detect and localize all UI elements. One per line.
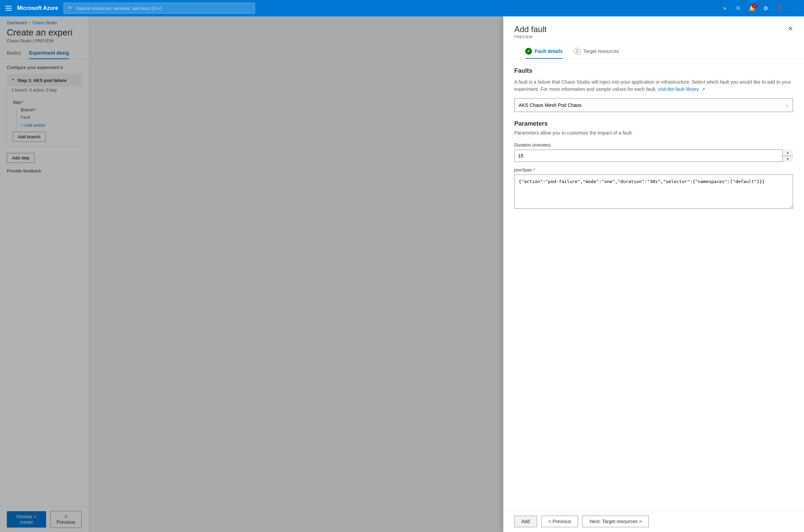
tab-target-resources-label: Target resources bbox=[583, 48, 619, 54]
flyout-panel: Add fault PREVIEW ✕ ✓ Fault details 2 Ta… bbox=[503, 16, 804, 532]
settings-icon[interactable]: ⚙ bbox=[760, 3, 771, 14]
spin-down-icon[interactable]: ▼ bbox=[782, 156, 793, 162]
fault-library-link[interactable]: visit the fault library. ↗ bbox=[658, 86, 705, 92]
spin-up-icon[interactable]: ▲ bbox=[782, 150, 793, 156]
fault-select[interactable]: AKS Chaos Mesh Pod Chaos CPU Pressure Me… bbox=[514, 98, 793, 112]
spin-buttons: ▲ ▼ bbox=[782, 150, 793, 162]
flyout-tabs: ✓ Fault details 2 Target resources bbox=[514, 44, 793, 59]
flyout-title: Add fault bbox=[514, 25, 793, 34]
search-icon: 🔍 bbox=[68, 6, 73, 11]
jsonspec-field-group: jsonSpec * {"action":"pod-failure","mode… bbox=[514, 167, 793, 210]
tab-number-icon: 2 bbox=[574, 48, 581, 55]
search-bar[interactable]: 🔍 bbox=[64, 3, 255, 14]
flyout-subtitle: PREVIEW bbox=[514, 35, 793, 39]
flyout-previous-button[interactable]: < Previous bbox=[541, 516, 578, 527]
flyout-body: Faults A fault is a failure that Chaos S… bbox=[503, 59, 804, 510]
main-container: Dashboard › Chaos Studio Create an exper… bbox=[0, 16, 804, 532]
notification-badge: 2 bbox=[752, 3, 757, 8]
hamburger-icon[interactable] bbox=[5, 6, 12, 11]
tab-fault-details[interactable]: ✓ Fault details bbox=[525, 44, 563, 59]
faults-section-desc: A fault is a failure that Chaos Studio w… bbox=[514, 79, 793, 93]
params-desc: Parameters allow you to customize the im… bbox=[514, 130, 793, 136]
tab-fault-details-label: Fault details bbox=[535, 48, 563, 54]
close-icon[interactable]: ✕ bbox=[785, 23, 796, 34]
cloud-shell-icon[interactable]: ⎘ bbox=[733, 3, 744, 14]
params-title: Parameters bbox=[514, 120, 793, 127]
notification-icon[interactable]: 🔔 2 bbox=[747, 3, 758, 14]
duration-input-wrapper: 15 ▲ ▼ bbox=[514, 150, 793, 162]
add-button[interactable]: Add bbox=[514, 516, 537, 527]
tab-target-resources[interactable]: 2 Target resources bbox=[574, 44, 619, 59]
flyout-footer: Add < Previous Next: Target resources > bbox=[503, 510, 804, 532]
faults-section-title: Faults bbox=[514, 67, 793, 74]
jsonspec-textarea[interactable]: {"action":"pod-failure","mode":"one","du… bbox=[514, 174, 793, 209]
jsonspec-label: jsonSpec * bbox=[514, 167, 793, 172]
duration-label: Duration (minutes) bbox=[514, 142, 793, 148]
fault-select-wrapper: AKS Chaos Mesh Pod Chaos CPU Pressure Me… bbox=[514, 98, 793, 112]
terminal-icon[interactable]: » bbox=[719, 3, 730, 14]
tab-check-icon: ✓ bbox=[525, 48, 532, 55]
help-icon[interactable]: ❓ bbox=[774, 3, 785, 14]
next-target-resources-button[interactable]: Next: Target resources > bbox=[582, 516, 649, 527]
profile-icon[interactable]: 👤 bbox=[788, 3, 799, 14]
jsonspec-required-star: * bbox=[533, 168, 535, 172]
flyout-header: Add fault PREVIEW ✕ ✓ Fault details 2 Ta… bbox=[503, 16, 804, 59]
nav-icons: » ⎘ 🔔 2 ⚙ ❓ 👤 bbox=[719, 3, 799, 14]
duration-input[interactable]: 15 bbox=[514, 150, 793, 162]
search-input[interactable] bbox=[76, 6, 250, 11]
duration-field-group: Duration (minutes) 15 ▲ ▼ bbox=[514, 142, 793, 162]
nav-brand: Microsoft Azure bbox=[17, 5, 58, 11]
top-nav: Microsoft Azure 🔍 » ⎘ 🔔 2 ⚙ ❓ 👤 bbox=[0, 0, 804, 16]
